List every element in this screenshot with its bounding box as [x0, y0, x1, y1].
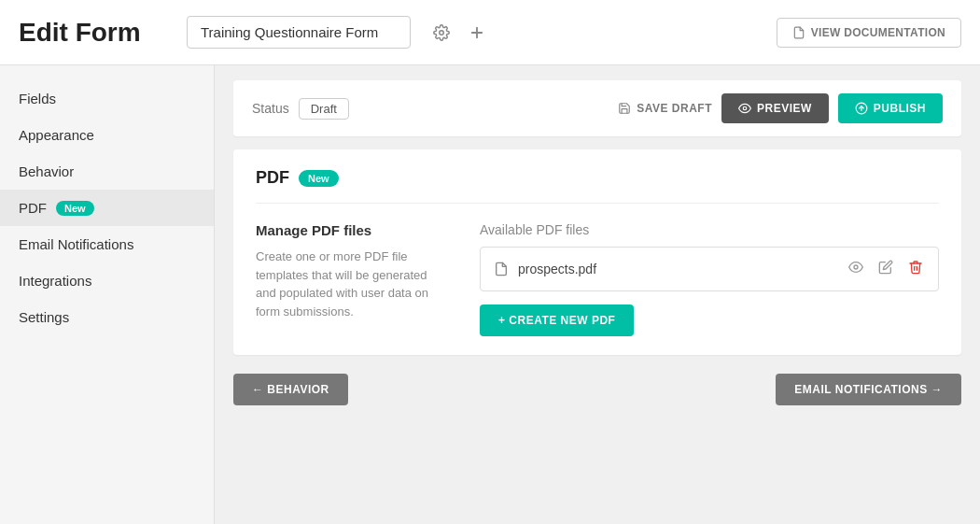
plus-icon — [469, 24, 485, 41]
status-badge: Draft — [299, 98, 349, 120]
sidebar: Fields Appearance Behavior PDF New Email… — [0, 65, 215, 524]
next-email-notifications-button[interactable]: EMAIL NOTIFICATIONS → — [776, 374, 961, 405]
save-draft-button[interactable]: SAVE DRAFT — [618, 102, 712, 115]
status-bar: Status Draft SAVE DRAFT PREVIEW — [233, 80, 961, 136]
publish-button[interactable]: PUBLISH — [838, 93, 943, 123]
pdf-section-header: PDF New — [256, 168, 939, 204]
sidebar-item-fields[interactable]: Fields — [0, 80, 214, 117]
sidebar-item-integrations[interactable]: Integrations — [0, 262, 214, 299]
trash-icon — [908, 260, 923, 275]
pdf-new-badge: New — [56, 201, 94, 216]
delete-pdf-button[interactable] — [906, 258, 925, 280]
layout: Fields Appearance Behavior PDF New Email… — [0, 65, 980, 524]
sidebar-item-pdf[interactable]: PDF New — [0, 190, 214, 226]
pdf-section-badge: New — [299, 170, 339, 187]
add-button[interactable] — [465, 21, 489, 45]
pencil-icon — [878, 260, 893, 275]
view-documentation-button[interactable]: VIEW DOCUMENTATION — [777, 18, 961, 48]
create-pdf-button[interactable]: + CREATE NEW PDF — [480, 304, 634, 336]
header-icons — [429, 21, 489, 45]
sidebar-item-settings[interactable]: Settings — [0, 299, 214, 335]
gear-button[interactable] — [429, 21, 454, 45]
page-title: Edit Form — [19, 18, 168, 48]
svg-point-3 — [743, 106, 747, 110]
pdf-available-title: Available PDF files — [480, 222, 939, 237]
pdf-file-row: prospects.pdf — [480, 247, 939, 291]
edit-pdf-button[interactable] — [876, 258, 895, 280]
view-pdf-button[interactable] — [847, 258, 865, 280]
save-icon — [618, 102, 631, 115]
preview-button[interactable]: PREVIEW — [721, 93, 829, 123]
pdf-file-name: prospects.pdf — [518, 262, 847, 276]
pdf-file-actions — [847, 258, 925, 280]
publish-icon — [855, 102, 868, 115]
sidebar-item-email-notifications[interactable]: Email Notifications — [0, 226, 214, 262]
eye-icon — [848, 260, 863, 275]
svg-point-5 — [854, 265, 858, 269]
sidebar-item-appearance[interactable]: Appearance — [0, 117, 214, 153]
document-icon — [792, 26, 805, 39]
svg-point-0 — [440, 30, 444, 35]
pdf-content: Manage PDF files Create one or more PDF … — [256, 222, 939, 336]
back-behavior-button[interactable]: ← BEHAVIOR — [233, 374, 348, 405]
pdf-section: PDF New Manage PDF files Create one or m… — [233, 149, 961, 355]
pdf-manage-panel: Manage PDF files Create one or more PDF … — [256, 222, 442, 336]
pdf-manage-title: Manage PDF files — [256, 222, 442, 238]
header: Edit Form VIEW DOCUMENTATION — [0, 0, 980, 65]
form-name-input[interactable] — [187, 16, 411, 49]
nav-footer: ← BEHAVIOR EMAIL NOTIFICATIONS → — [233, 374, 961, 405]
eye-icon — [738, 102, 751, 115]
main-content: Status Draft SAVE DRAFT PREVIEW — [215, 65, 980, 524]
status-actions: SAVE DRAFT PREVIEW PUBLISH — [618, 93, 943, 123]
gear-icon — [433, 24, 450, 41]
pdf-section-title: PDF — [256, 168, 289, 188]
pdf-available-panel: Available PDF files prospects.pdf — [480, 222, 939, 336]
pdf-manage-desc: Create one or more PDF file templates th… — [256, 248, 442, 320]
sidebar-item-behavior[interactable]: Behavior — [0, 153, 214, 190]
status-label: Status — [252, 101, 289, 116]
file-icon — [494, 262, 509, 276]
